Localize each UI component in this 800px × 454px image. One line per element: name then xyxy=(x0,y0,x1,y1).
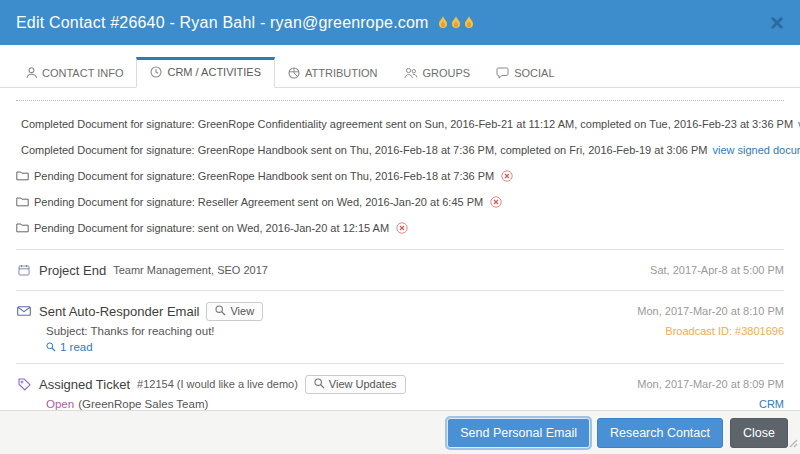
view-updates-button[interactable]: View Updates xyxy=(305,375,406,394)
broadcast-id-link[interactable]: Broadcast ID: #3801696 xyxy=(665,325,784,337)
modal-header: Edit Contact #26640 - Ryan Bahl - ryan@g… xyxy=(0,0,800,45)
person-icon xyxy=(26,67,37,79)
tab-label: ATTRIBUTION xyxy=(305,67,378,79)
document-row: Pending Document for signature: sent on … xyxy=(16,215,784,241)
tab-attribution[interactable]: ATTRIBUTION xyxy=(275,59,391,88)
document-row: Completed Document for signature: GreenR… xyxy=(16,111,784,137)
section-divider xyxy=(16,290,784,291)
crm-link[interactable]: CRM xyxy=(759,398,784,410)
envelope-icon xyxy=(16,306,32,316)
send-personal-email-button[interactable]: Send Personal Email xyxy=(447,418,590,448)
email-title: Sent Auto-Responder Email xyxy=(39,304,199,319)
project-end-row: Project End Teamr Management, SEO 2017 S… xyxy=(16,258,784,282)
tab-contact-info[interactable]: CONTACT INFO xyxy=(13,59,136,88)
tab-bar: CONTACT INFO CRM / ACTIVITIES ATTRIBUTIO… xyxy=(0,45,800,88)
attribution-globe-icon xyxy=(288,67,300,79)
flame-icon xyxy=(451,16,461,29)
document-row: Pending Document for signature: GreenRop… xyxy=(16,163,784,189)
project-title: Project End xyxy=(39,263,106,278)
modal-footer: Send Personal Email Research Contact Clo… xyxy=(0,410,800,454)
reads-link[interactable]: 1 read xyxy=(46,341,93,353)
email-subject-row: Subject: Thanks for reaching out! Broadc… xyxy=(16,323,784,339)
close-icon[interactable]: × xyxy=(770,11,784,35)
research-contact-button[interactable]: Research Contact xyxy=(597,418,723,448)
document-text: Pending Document for signature: GreenRop… xyxy=(34,170,494,182)
edit-contact-modal: Edit Contact #26640 - Ryan Bahl - ryan@g… xyxy=(0,0,800,454)
speech-bubble-icon xyxy=(496,67,509,79)
ticket-team: (GreenRope Sales Team) xyxy=(78,398,208,410)
tab-social[interactable]: SOCIAL xyxy=(483,59,567,88)
ticket-date: Mon, 2017-Mar-20 at 8:09 PM xyxy=(637,378,784,390)
close-button[interactable]: Close xyxy=(730,418,788,448)
tab-label: CRM / ACTIVITIES xyxy=(167,66,261,78)
view-updates-label: View Updates xyxy=(329,378,397,390)
view-signed-document-link[interactable]: view signed document xyxy=(712,144,800,156)
section-divider xyxy=(16,249,784,250)
tab-label: CONTACT INFO xyxy=(42,67,123,79)
section-divider xyxy=(16,363,784,364)
reads-label: 1 read xyxy=(60,341,93,353)
project-date: Sat, 2017-Apr-8 at 5:00 PM xyxy=(650,264,784,276)
cancel-document-icon[interactable] xyxy=(490,196,502,208)
email-date: Mon, 2017-Mar-20 at 8:10 PM xyxy=(637,305,784,317)
tab-label: GROUPS xyxy=(423,67,471,79)
document-row: Completed Document for signature: GreenR… xyxy=(16,137,784,163)
tab-label: SOCIAL xyxy=(514,67,554,79)
document-text: Pending Document for signature: Reseller… xyxy=(34,196,483,208)
flame-icon xyxy=(438,16,448,29)
ticket-detail: #12154 (I would like a live demo) xyxy=(137,378,298,390)
cancel-document-icon[interactable] xyxy=(396,222,408,234)
document-row: Pending Document for signature: Reseller… xyxy=(16,189,784,215)
flame-icon xyxy=(464,16,474,29)
history-clock-icon xyxy=(150,66,162,78)
ticket-title-row: Assigned Ticket #12154 (I would like a l… xyxy=(16,372,784,396)
ticket-tag-icon xyxy=(16,378,32,391)
magnifier-icon xyxy=(314,378,325,389)
dotted-separator xyxy=(16,100,784,101)
ticket-status: Open xyxy=(46,398,74,410)
email-title-row: Sent Auto-Responder Email View Mon, 2017… xyxy=(16,299,784,323)
tab-groups[interactable]: GROUPS xyxy=(391,59,484,88)
resize-handle-icon[interactable] xyxy=(788,434,798,452)
document-text: Completed Document for signature: GreenR… xyxy=(21,144,707,156)
folder-icon xyxy=(16,171,29,181)
groups-people-icon xyxy=(404,67,418,79)
view-button-label: View xyxy=(230,305,254,317)
activity-feed: Completed Document for signature: GreenR… xyxy=(0,89,800,410)
document-text: Pending Document for signature: sent on … xyxy=(34,222,389,234)
ticket-title: Assigned Ticket xyxy=(39,377,130,392)
hotness-rating xyxy=(438,16,474,29)
tab-crm-activities[interactable]: CRM / ACTIVITIES xyxy=(136,57,275,88)
magnifier-icon xyxy=(215,305,226,316)
project-detail: Teamr Management, SEO 2017 xyxy=(113,264,268,276)
folder-icon xyxy=(16,197,29,207)
folder-icon xyxy=(16,223,29,233)
magnifier-icon xyxy=(46,342,56,352)
email-subject: Subject: Thanks for reaching out! xyxy=(46,325,215,337)
calendar-icon xyxy=(16,264,32,276)
email-activity-block: Sent Auto-Responder Email View Mon, 2017… xyxy=(16,299,784,355)
view-email-button[interactable]: View xyxy=(206,302,263,321)
document-text: Completed Document for signature: GreenR… xyxy=(21,118,793,130)
cancel-document-icon[interactable] xyxy=(501,170,513,182)
ticket-activity-block: Assigned Ticket #12154 (I would like a l… xyxy=(16,372,784,412)
email-reads-row: 1 read xyxy=(16,339,784,355)
modal-title: Edit Contact #26640 - Ryan Bahl - ryan@g… xyxy=(16,14,429,32)
